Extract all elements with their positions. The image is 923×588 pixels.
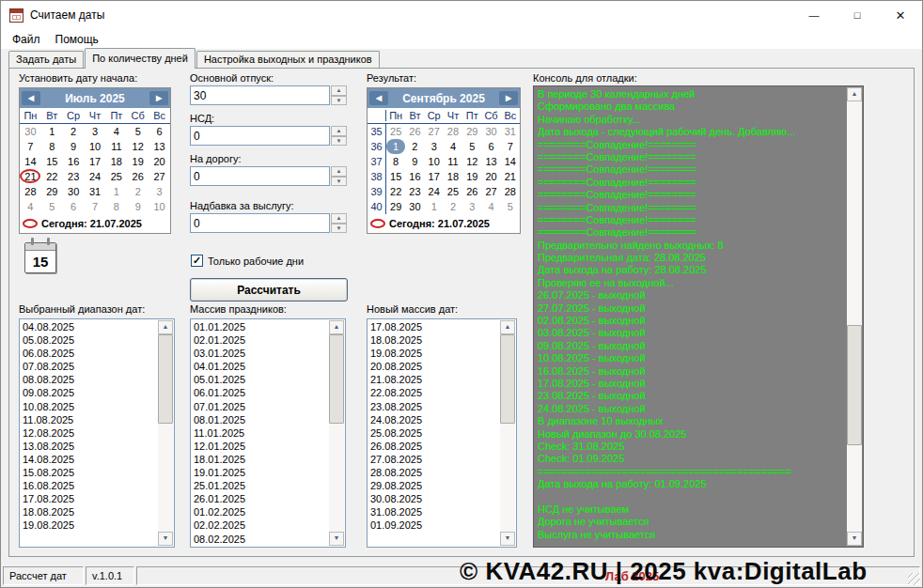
calendar-day[interactable]: 27 — [481, 184, 500, 199]
scrollbar-thumb[interactable] — [158, 334, 173, 424]
new-dates-listbox[interactable]: 17.08.202518.08.202519.08.202520.08.2025… — [367, 318, 517, 548]
calendar-day[interactable]: 5 — [41, 199, 63, 214]
calendar-day[interactable]: 1 — [105, 184, 127, 199]
new-date-item[interactable]: 25.08.2025 — [370, 426, 499, 440]
console-scrollbar[interactable]: ▲▼ — [847, 87, 862, 546]
range-date-item[interactable]: 17.08.2025 — [23, 492, 157, 505]
calendar-day[interactable]: 18 — [105, 154, 127, 169]
checkbox-box-icon[interactable]: ✓ — [191, 255, 203, 267]
range-date-item[interactable]: 08.08.2025 — [23, 373, 157, 386]
calendar-day[interactable]: 29 — [462, 124, 481, 139]
holiday-date-item[interactable]: 04.01.2025 — [194, 360, 328, 373]
new-date-item[interactable]: 26.08.2025 — [370, 440, 499, 453]
next-month-icon[interactable]: ▶ — [149, 91, 168, 105]
new-date-item[interactable]: 17.08.2025 — [370, 320, 499, 333]
spin-down-icon[interactable]: ▼ — [331, 177, 347, 187]
calendar-day[interactable]: 25 — [386, 124, 405, 139]
calendar-day[interactable]: 26 — [462, 184, 481, 199]
holiday-date-item[interactable]: 06.01.2025 — [194, 386, 328, 399]
calendar-day[interactable]: 10 — [85, 139, 106, 154]
holiday-date-item[interactable]: 26.01.2025 — [194, 492, 328, 505]
calendar-day[interactable]: 14 — [20, 154, 41, 169]
scroll-up-icon[interactable]: ▲ — [847, 87, 862, 101]
calendar-day[interactable]: 17 — [425, 169, 444, 184]
resize-grip-icon[interactable] — [908, 573, 920, 585]
calendar-day[interactable]: 28 — [444, 124, 462, 139]
spin-down-icon[interactable]: ▼ — [331, 96, 347, 106]
calendar-day[interactable]: 12 — [462, 154, 481, 169]
calendar-day[interactable]: 14 — [501, 154, 520, 169]
calendar-day[interactable]: 17 — [85, 154, 106, 169]
range-date-item[interactable]: 14.08.2025 — [23, 453, 157, 466]
minimize-icon[interactable]: — — [792, 1, 836, 29]
scroll-down-icon[interactable]: ▼ — [500, 532, 515, 546]
range-date-item[interactable]: 10.08.2025 — [23, 400, 157, 413]
range-date-item[interactable]: 09.08.2025 — [23, 386, 157, 399]
calendar-day[interactable]: 31 — [501, 124, 520, 139]
calendar-day[interactable]: 2 — [444, 199, 462, 214]
range-date-item[interactable]: 15.08.2025 — [23, 466, 157, 479]
calendar-day[interactable]: 3 — [149, 184, 170, 199]
calendar-day[interactable]: 26 — [405, 124, 424, 139]
calendar-day[interactable]: 3 — [425, 139, 444, 154]
calendar-day[interactable]: 1 — [386, 139, 405, 154]
holiday-date-item[interactable]: 07.01.2025 — [194, 400, 328, 413]
calendar-day[interactable]: 2 — [127, 184, 149, 199]
calendar-day[interactable]: 5 — [127, 124, 149, 139]
calendar-day[interactable]: 7 — [501, 139, 520, 154]
scroll-down-icon[interactable]: ▼ — [158, 532, 173, 546]
calendar-day[interactable]: 25 — [444, 184, 462, 199]
calendar-day[interactable]: 2 — [63, 124, 85, 139]
new-date-item[interactable]: 18.08.2025 — [370, 333, 499, 347]
calendar-day[interactable]: 8 — [386, 154, 405, 169]
calendar-day[interactable]: 12 — [127, 139, 149, 154]
range-date-item[interactable]: 04.08.2025 — [23, 320, 157, 333]
calendar-day[interactable]: 7 — [20, 139, 41, 154]
new-date-item[interactable]: 30.08.2025 — [370, 492, 499, 505]
holiday-date-item[interactable]: 01.02.2025 — [194, 505, 328, 518]
calendar-day[interactable]: 4 — [481, 199, 500, 214]
new-date-item[interactable]: 31.08.2025 — [370, 505, 499, 518]
calendar-day[interactable]: 3 — [462, 199, 481, 214]
calendar-day[interactable]: 4 — [444, 139, 462, 154]
spin-up-icon[interactable]: ▲ — [331, 213, 347, 224]
calendar-day[interactable]: 29 — [386, 199, 405, 214]
holiday-date-item[interactable]: 03.01.2025 — [194, 347, 328, 360]
calendar-day[interactable]: 15 — [386, 169, 405, 184]
close-icon[interactable]: ✕ — [879, 1, 922, 29]
calendar-day[interactable]: 25 — [105, 169, 127, 184]
scroll-up-icon[interactable]: ▲ — [329, 320, 344, 334]
new-date-item[interactable]: 29.08.2025 — [370, 479, 499, 492]
menu-item-1[interactable]: Файл — [5, 30, 48, 49]
holidays-listbox[interactable]: 01.01.202502.01.202503.01.202504.01.2025… — [190, 318, 346, 548]
new-date-item[interactable]: 21.08.2025 — [370, 373, 499, 386]
calendar-day[interactable]: 27 — [425, 124, 444, 139]
range-date-item[interactable]: 05.08.2025 — [23, 333, 157, 347]
menu-item-2[interactable]: Помощь — [48, 30, 106, 49]
calendar-day[interactable]: 11 — [444, 154, 462, 169]
range-date-item[interactable]: 06.08.2025 — [23, 347, 157, 360]
holiday-date-item[interactable]: 19.01.2025 — [194, 466, 328, 479]
scrollbar-thumb[interactable] — [847, 325, 862, 445]
new-date-item[interactable]: 19.08.2025 — [370, 347, 499, 360]
calendar-day[interactable]: 15 — [41, 154, 63, 169]
holiday-date-item[interactable]: 08.02.2025 — [194, 533, 328, 546]
nsd-input[interactable] — [190, 126, 330, 146]
calendar-day[interactable]: 16 — [63, 154, 85, 169]
calendar-day[interactable]: 10 — [425, 154, 444, 169]
range-date-item[interactable]: 11.08.2025 — [23, 413, 157, 426]
holiday-date-item[interactable]: 25.01.2025 — [194, 479, 328, 492]
new-date-item[interactable]: 22.08.2025 — [370, 386, 499, 399]
holiday-date-item[interactable]: 01.01.2025 — [194, 320, 328, 333]
spin-up-icon[interactable]: ▲ — [331, 85, 347, 96]
calendar-day[interactable]: 6 — [149, 124, 170, 139]
new-date-item[interactable]: 27.08.2025 — [370, 453, 499, 466]
spin-up-icon[interactable]: ▲ — [331, 126, 347, 136]
calendar-day[interactable]: 23 — [63, 169, 85, 184]
calendar-day[interactable]: 8 — [41, 139, 63, 154]
calendar-day[interactable]: 20 — [481, 169, 500, 184]
calendar-day[interactable]: 30 — [63, 184, 85, 199]
spin-down-icon[interactable]: ▼ — [331, 224, 347, 234]
calendar-day[interactable]: 27 — [149, 169, 170, 184]
calendar-day[interactable]: 19 — [462, 169, 481, 184]
